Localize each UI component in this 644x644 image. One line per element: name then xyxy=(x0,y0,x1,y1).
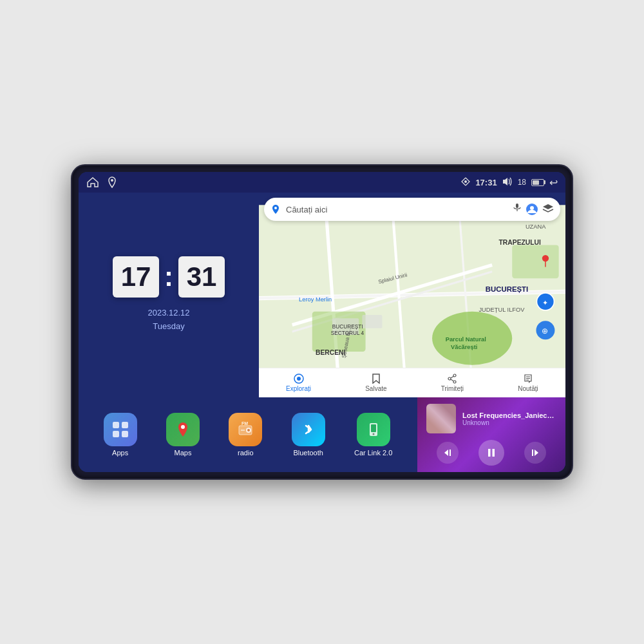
app-apps[interactable]: Apps xyxy=(104,413,137,457)
status-right: 17:31 18 ↩ xyxy=(461,176,558,189)
map-nav-share[interactable]: Trimiteți xyxy=(441,374,464,392)
map-search-bar[interactable]: Căutați aici xyxy=(264,198,560,221)
svg-point-61 xyxy=(372,433,374,435)
svg-point-40 xyxy=(297,377,301,381)
svg-rect-52 xyxy=(122,431,128,437)
battery-icon xyxy=(531,179,544,186)
apps-icon xyxy=(104,413,137,446)
bluetooth-icon xyxy=(292,413,325,446)
map-area: Parcul Natural Văcărești TRAPEZULUI BUCU… xyxy=(259,193,565,397)
gps-signal-icon xyxy=(461,177,470,188)
music-artist: Unknown xyxy=(462,419,556,426)
carlink-icon xyxy=(357,413,390,446)
map-pin-icon xyxy=(270,204,281,214)
top-row: 17 : 31 2023.12.12 Tuesday xyxy=(79,193,565,397)
svg-text:Văcărești: Văcărești xyxy=(451,344,477,350)
radio-label: radio xyxy=(238,449,253,457)
volume-icon xyxy=(502,177,513,188)
svg-rect-14 xyxy=(512,245,558,278)
map-nav-saved[interactable]: Salvate xyxy=(365,374,386,392)
back-button[interactable]: ↩ xyxy=(549,176,558,189)
clock-minute: 31 xyxy=(178,256,225,298)
svg-rect-35 xyxy=(516,204,518,208)
svg-point-34 xyxy=(274,207,277,209)
clock-display: 17 : 31 xyxy=(113,256,225,298)
bluetooth-label: Bluetooth xyxy=(293,449,323,457)
svg-text:FM: FM xyxy=(242,421,248,426)
svg-point-38 xyxy=(530,206,534,210)
svg-marker-66 xyxy=(535,450,538,456)
svg-text:⊕: ⊕ xyxy=(542,327,548,336)
music-controls xyxy=(426,440,556,466)
date-display: 2023.12.12 Tuesday xyxy=(147,307,189,334)
status-bar: 17:31 18 ↩ xyxy=(79,172,565,193)
music-player: Lost Frequencies_Janieck Devy-... Unknow… xyxy=(417,397,565,472)
map-widget[interactable]: Parcul Natural Văcărești TRAPEZULUI BUCU… xyxy=(259,193,565,397)
app-radio[interactable]: FM radio xyxy=(229,413,262,457)
svg-rect-16 xyxy=(362,315,382,328)
next-button[interactable] xyxy=(524,442,546,464)
app-bluetooth[interactable]: Bluetooth xyxy=(292,413,325,457)
svg-point-42 xyxy=(448,377,451,380)
carlink-label: Car Link 2.0 xyxy=(354,449,392,457)
clock-hour: 17 xyxy=(113,256,159,298)
bottom-row: Apps Maps xyxy=(79,397,565,472)
map-bottom-nav: Explorați Salvate xyxy=(259,368,565,397)
svg-point-41 xyxy=(453,374,456,377)
map-search-placeholder: Căutați aici xyxy=(286,205,507,214)
map-nav-explore[interactable]: Explorați xyxy=(286,374,311,392)
main-content: 17 : 31 2023.12.12 Tuesday xyxy=(79,193,565,472)
album-art xyxy=(426,404,456,433)
home-icon[interactable] xyxy=(86,176,99,189)
map-search-icons xyxy=(513,203,554,216)
time-display: 17:31 xyxy=(475,178,497,187)
location-icon[interactable] xyxy=(106,176,118,189)
svg-text:BUCUREȘTI: BUCUREȘTI xyxy=(486,285,528,293)
svg-rect-49 xyxy=(113,422,119,428)
svg-rect-60 xyxy=(371,424,376,432)
svg-text:TRAPEZULUI: TRAPEZULUI xyxy=(499,239,542,246)
svg-text:UZANA: UZANA xyxy=(526,223,546,230)
svg-text:JUDEȚUL ILFOV: JUDEȚUL ILFOV xyxy=(478,307,525,313)
screen: 17:31 18 ↩ xyxy=(79,172,565,472)
car-head-unit: 17:31 18 ↩ xyxy=(71,164,573,480)
svg-rect-65 xyxy=(492,449,495,457)
music-title: Lost Frequencies_Janieck Devy-... xyxy=(462,412,556,419)
microphone-icon[interactable] xyxy=(513,203,522,212)
music-info: Lost Frequencies_Janieck Devy-... Unknow… xyxy=(426,404,556,433)
svg-point-56 xyxy=(247,429,250,431)
app-carlink[interactable]: Car Link 2.0 xyxy=(354,413,392,457)
apps-dock: Apps Maps xyxy=(79,397,417,472)
svg-point-53 xyxy=(181,425,185,429)
svg-point-0 xyxy=(111,179,113,182)
music-text: Lost Frequencies_Janieck Devy-... Unknow… xyxy=(462,412,556,426)
maps-icon xyxy=(166,413,200,446)
svg-point-43 xyxy=(453,381,456,383)
layers-icon[interactable] xyxy=(542,203,554,214)
svg-rect-64 xyxy=(488,449,491,457)
svg-line-45 xyxy=(451,379,453,381)
svg-rect-63 xyxy=(450,450,451,456)
battery-level: 18 xyxy=(518,178,526,187)
svg-text:✦: ✦ xyxy=(542,299,548,307)
app-maps[interactable]: Maps xyxy=(166,413,200,457)
svg-rect-50 xyxy=(122,422,128,428)
google-account-icon[interactable] xyxy=(526,203,538,216)
svg-point-1 xyxy=(464,180,467,183)
date-value: 2023.12.12 xyxy=(147,307,189,320)
apps-label: Apps xyxy=(112,449,128,457)
day-value: Tuesday xyxy=(147,320,189,334)
svg-text:Parcul Natural: Parcul Natural xyxy=(446,336,486,343)
svg-line-44 xyxy=(451,377,453,379)
svg-marker-62 xyxy=(444,450,448,456)
clock-colon: : xyxy=(164,261,173,292)
map-nav-news[interactable]: Noutăți xyxy=(518,374,538,392)
svg-rect-67 xyxy=(532,450,533,456)
radio-icon: FM xyxy=(229,413,262,446)
play-pause-button[interactable] xyxy=(478,440,504,466)
status-left xyxy=(86,176,118,189)
prev-button[interactable] xyxy=(437,442,459,464)
svg-rect-51 xyxy=(113,431,119,437)
clock-widget: 17 : 31 2023.12.12 Tuesday xyxy=(79,193,259,397)
maps-label: Maps xyxy=(175,449,192,457)
